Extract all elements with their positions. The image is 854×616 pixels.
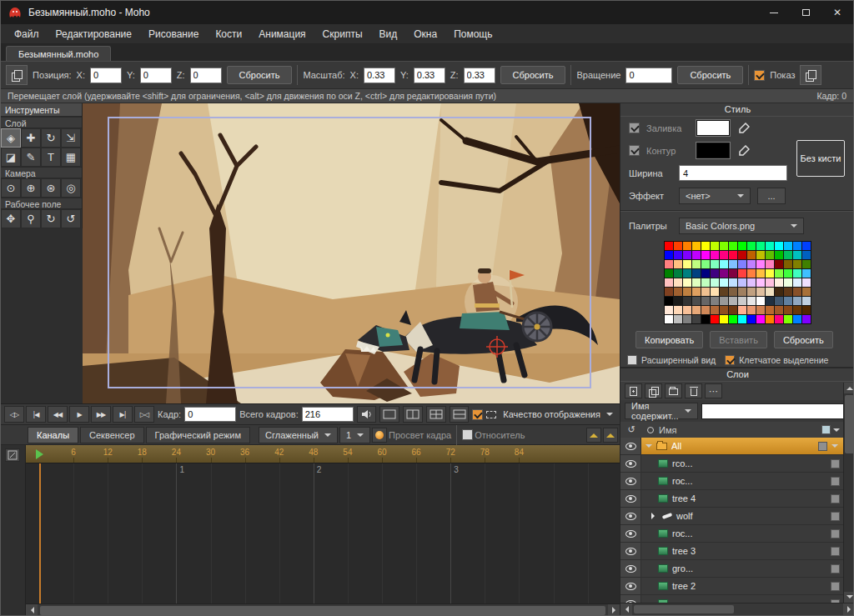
- palette-swatch[interactable]: [674, 278, 682, 287]
- position-z-input[interactable]: [190, 68, 222, 83]
- palette-swatch[interactable]: [674, 269, 682, 278]
- palette-swatch[interactable]: [793, 297, 801, 305]
- palette-swatch[interactable]: [720, 315, 728, 323]
- scrollbar-thumb[interactable]: [845, 395, 854, 453]
- palette-swatch[interactable]: [738, 306, 746, 314]
- palette-swatch[interactable]: [665, 260, 673, 268]
- camera-track-tool[interactable]: ⊙: [1, 178, 21, 198]
- relative-keys-checkbox[interactable]: [462, 429, 473, 440]
- layer-filter-dropdown[interactable]: Имя содержит...: [625, 403, 698, 419]
- step-forward-button[interactable]: ▶▶: [91, 406, 111, 423]
- palette-swatch[interactable]: [775, 306, 783, 314]
- timeline-horizontal-scrollbar[interactable]: [26, 603, 620, 616]
- palette-swatch[interactable]: [802, 288, 811, 296]
- palette-swatch[interactable]: [756, 278, 765, 287]
- onion-skin-button[interactable]: [372, 428, 387, 443]
- minimize-button[interactable]: [758, 1, 790, 24]
- palette-swatch[interactable]: [729, 297, 737, 305]
- layer-color-chip[interactable]: [818, 442, 827, 451]
- fill-eyedropper-button[interactable]: [736, 122, 751, 135]
- palette-swatch[interactable]: [756, 306, 765, 314]
- palette-swatch[interactable]: [766, 315, 774, 323]
- palette-swatch[interactable]: [692, 242, 701, 250]
- rotate-layer-tool[interactable]: ↻: [41, 128, 61, 148]
- palette-swatch[interactable]: [775, 278, 783, 287]
- chevron-down-icon[interactable]: [831, 444, 838, 451]
- palette-swatch[interactable]: [720, 278, 728, 287]
- palette-swatch[interactable]: [756, 260, 765, 268]
- layer-row-roc-[interactable]: roc...: [620, 525, 843, 543]
- palette-swatch[interactable]: [701, 242, 710, 250]
- menu-item-view[interactable]: Вид: [371, 25, 406, 43]
- current-frame-input[interactable]: [184, 407, 236, 422]
- menu-item-edit[interactable]: Редактирование: [48, 25, 140, 43]
- palette-swatch[interactable]: [692, 260, 701, 268]
- scroll-down-button[interactable]: [844, 592, 854, 603]
- palette-swatch[interactable]: [747, 288, 756, 296]
- palette-swatch[interactable]: [711, 288, 719, 296]
- timeline-warning-button-2[interactable]: [603, 428, 618, 443]
- palette-swatch[interactable]: [711, 242, 719, 250]
- translate-layer-tool[interactable]: ✚: [21, 128, 41, 148]
- layer-visibility-toggle[interactable]: [620, 543, 641, 559]
- menu-item-windows[interactable]: Окна: [405, 25, 445, 43]
- palette-swatch[interactable]: [665, 251, 673, 259]
- palette-swatch[interactable]: [711, 269, 719, 278]
- palette-swatch[interactable]: [784, 242, 792, 250]
- palette-swatch[interactable]: [674, 242, 682, 250]
- layer-visibility-toggle[interactable]: [620, 455, 641, 472]
- step-dropdown[interactable]: 1: [339, 427, 370, 443]
- palette-swatch[interactable]: [674, 251, 682, 259]
- camera-pan-tool[interactable]: ◎: [61, 178, 81, 198]
- menu-item-scripts[interactable]: Скрипты: [314, 25, 371, 43]
- palette-swatch[interactable]: [711, 297, 719, 305]
- palette-swatch[interactable]: [692, 269, 701, 278]
- palette-swatch[interactable]: [784, 297, 792, 305]
- palette-swatch[interactable]: [720, 242, 728, 250]
- palette-swatch[interactable]: [766, 260, 774, 268]
- palette-swatch[interactable]: [665, 278, 673, 287]
- layer-row-all[interactable]: All: [620, 438, 843, 455]
- fill-checkbox[interactable]: [629, 123, 640, 133]
- layer-color-chip[interactable]: [831, 494, 840, 503]
- palette-swatch[interactable]: [692, 288, 701, 296]
- timeline-ruler[interactable]: 612182430364248546066727884: [26, 445, 620, 463]
- layer-row-roc-[interactable]: roc...: [620, 473, 843, 490]
- menu-item-file[interactable]: Файл: [6, 25, 48, 43]
- timeline-track-area[interactable]: 123: [26, 463, 620, 603]
- palette-swatch[interactable]: [756, 297, 765, 305]
- palette-swatch[interactable]: [766, 306, 774, 314]
- scroll-left-button[interactable]: [26, 604, 38, 616]
- palette-swatch[interactable]: [692, 297, 701, 305]
- menu-item-bones[interactable]: Кости: [207, 25, 250, 43]
- effect-dropdown[interactable]: <нет>: [679, 188, 751, 204]
- collapsed-caret-icon[interactable]: [651, 513, 658, 519]
- checkered-selection-checkbox[interactable]: [725, 355, 735, 365]
- mute-button[interactable]: [357, 406, 377, 423]
- palette-swatch[interactable]: [683, 297, 691, 305]
- layer-visibility-toggle[interactable]: [620, 595, 641, 603]
- palette-swatch[interactable]: [793, 269, 801, 278]
- palette-swatch[interactable]: [775, 315, 783, 323]
- quad-view-button[interactable]: [426, 406, 446, 423]
- palette-swatch[interactable]: [756, 269, 765, 278]
- reset-workspace-tool[interactable]: ↺: [61, 209, 81, 228]
- palette-swatch[interactable]: [766, 297, 774, 305]
- palette-swatch[interactable]: [665, 269, 673, 278]
- layer-color-chip[interactable]: [831, 512, 840, 521]
- display-quality-checkbox[interactable]: [472, 409, 483, 420]
- scale-z-input[interactable]: [464, 68, 495, 83]
- palette-swatch[interactable]: [756, 288, 765, 296]
- timeline-tab-1[interactable]: Секвенсер: [80, 427, 144, 443]
- palette-swatch[interactable]: [747, 269, 756, 278]
- palette-swatch[interactable]: [784, 260, 792, 268]
- palette-swatch[interactable]: [665, 242, 673, 250]
- split-horizontal-view-button[interactable]: [450, 406, 470, 423]
- layers-more-button[interactable]: ⋯: [705, 383, 722, 398]
- total-frames-input[interactable]: [302, 407, 354, 422]
- palette-swatch[interactable]: [802, 315, 811, 323]
- scroll-right-button[interactable]: [608, 604, 620, 616]
- palette-swatch[interactable]: [747, 315, 756, 323]
- palette-swatch[interactable]: [711, 315, 719, 323]
- palette-swatch[interactable]: [729, 306, 737, 314]
